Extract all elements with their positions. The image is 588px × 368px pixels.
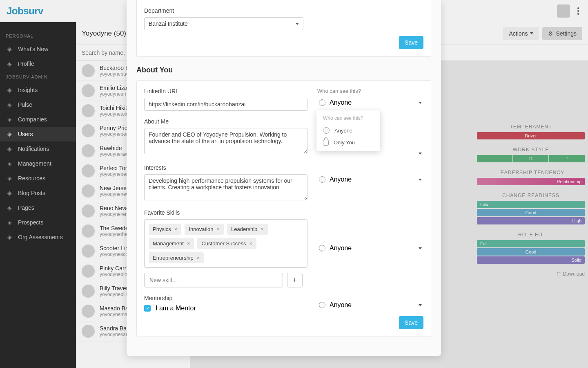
chevron-down-icon: [419, 304, 422, 306]
new-skill-input[interactable]: [144, 273, 283, 287]
globe-icon: [319, 302, 325, 308]
visibility-label: Who can see this?: [317, 88, 423, 94]
skill-tag: Management×: [149, 238, 194, 249]
interests-label: Interests: [144, 164, 307, 171]
skill-tag-label: Management: [153, 240, 184, 247]
visibility-select-interests[interactable]: Anyone: [317, 173, 423, 186]
save-button[interactable]: Save: [399, 316, 423, 329]
chevron-down-icon: [419, 102, 422, 104]
skills-tag-container: Physics×Innovation×Leadership×Management…: [144, 219, 307, 268]
about-you-heading: About You: [136, 66, 431, 74]
lock-icon: [323, 140, 329, 146]
skills-label: Favorite Skills: [144, 209, 307, 216]
about-me-label: About Me: [144, 118, 307, 125]
globe-icon: [319, 99, 325, 106]
skill-tag-label: Entrepreneurship: [153, 255, 194, 261]
visibility-option-anyone[interactable]: Anyone: [316, 124, 380, 137]
globe-icon: [319, 245, 325, 251]
remove-tag-icon[interactable]: ×: [261, 226, 264, 232]
remove-tag-icon[interactable]: ×: [197, 255, 200, 261]
about-me-textarea[interactable]: Founder and CEO of Yoyodyne Propulsion. …: [144, 128, 307, 154]
mentor-checkbox[interactable]: ✓: [144, 305, 151, 312]
skill-tag-label: Innovation: [189, 226, 213, 232]
skill-tag-label: Leadership: [231, 226, 257, 232]
visibility-dropdown-popover: Who can see this? Anyone Only You: [316, 110, 380, 151]
skill-tag: Physics×: [149, 224, 181, 235]
edit-profile-modal: Department Banzai Institute Save About Y…: [127, 0, 441, 356]
visibility-pop-title: Who can see this?: [316, 115, 380, 124]
skill-tag: Innovation×: [185, 224, 224, 235]
department-select[interactable]: Banzai Institute: [144, 17, 303, 30]
chevron-down-icon: [296, 23, 299, 25]
chevron-down-icon: [419, 153, 422, 155]
save-button[interactable]: Save: [399, 36, 423, 49]
skill-tag-label: Physics: [153, 226, 171, 232]
visibility-option-only-you[interactable]: Only You: [316, 137, 380, 148]
department-label: Department: [144, 7, 423, 14]
linkedin-input[interactable]: [144, 98, 307, 111]
skill-tag: Customer Success×: [197, 238, 256, 249]
add-skill-button[interactable]: +: [287, 273, 303, 287]
visibility-select-skills[interactable]: Anyone: [317, 242, 423, 254]
skill-tag-label: Customer Success: [201, 240, 246, 247]
visibility-select-mentorship[interactable]: Anyone: [317, 299, 423, 311]
visibility-select-linkedin[interactable]: Anyone Who can see this? Anyone Only: [317, 96, 423, 109]
interests-textarea[interactable]: Developing high-performance propulsion s…: [144, 174, 307, 200]
visibility-select-about-me[interactable]: [317, 150, 423, 157]
remove-tag-icon[interactable]: ×: [216, 226, 220, 232]
remove-tag-icon[interactable]: ×: [249, 240, 253, 247]
globe-icon: [323, 127, 330, 134]
chevron-down-icon: [419, 247, 422, 249]
remove-tag-icon[interactable]: ×: [174, 226, 178, 232]
remove-tag-icon[interactable]: ×: [187, 240, 190, 247]
globe-icon: [319, 176, 325, 183]
linkedin-label: LinkedIn URL: [144, 88, 307, 94]
chevron-down-icon: [419, 179, 422, 181]
mentor-checkbox-label: I am a Mentor: [156, 305, 196, 312]
skill-tag: Leadership×: [227, 224, 268, 235]
mentorship-label: Mentorship: [144, 295, 307, 301]
skill-tag: Entrepreneurship×: [149, 252, 204, 263]
